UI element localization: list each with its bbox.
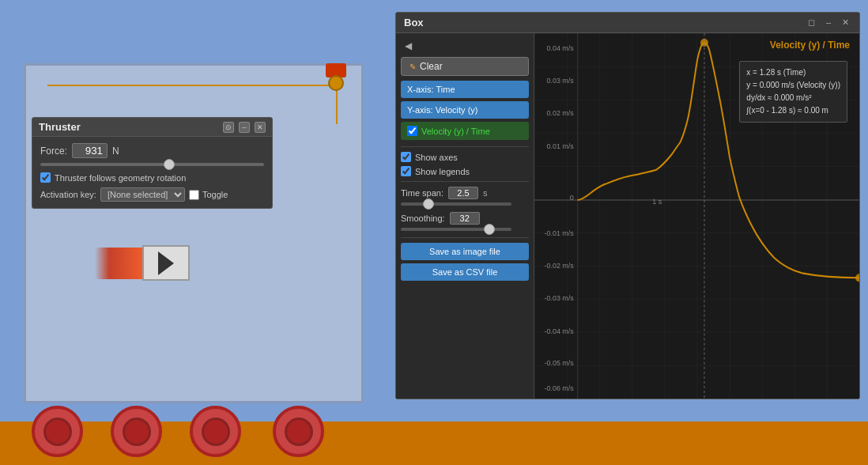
toggle-checkbox[interactable] <box>189 190 199 200</box>
timespan-input[interactable] <box>448 187 478 199</box>
back-arrow-icon: ◀ <box>405 40 412 51</box>
box-titlebar: Box ◻ – ✕ <box>396 13 859 33</box>
svg-text:0: 0 <box>570 194 574 202</box>
pulley <box>328 75 344 91</box>
force-input[interactable] <box>72 143 108 158</box>
graph-title: Velocity (y) / Time <box>770 40 850 51</box>
back-button[interactable]: ◀ <box>401 38 529 54</box>
wheel-4 <box>273 406 324 457</box>
sidebar-divider <box>401 146 529 147</box>
timespan-slider[interactable] <box>401 202 511 206</box>
force-unit: N <box>112 146 119 157</box>
sidebar-divider-2 <box>401 181 529 182</box>
svg-text:0.03 m/s: 0.03 m/s <box>546 77 574 85</box>
svg-text:-0.06 m/s: -0.06 m/s <box>544 384 574 392</box>
wheel-4-hub <box>294 427 304 437</box>
box-title-controls: ◻ – ✕ <box>806 17 851 28</box>
show-legends-label: Show legends <box>415 167 470 176</box>
show-axes-row: Show axes <box>401 152 529 162</box>
graph-name-text: Velocity (y) / Time <box>421 127 490 136</box>
thruster-follows-row: Thruster follows geometry rotation <box>40 172 264 183</box>
graph-name-label: Velocity (y) / Time <box>401 122 529 140</box>
show-axes-checkbox[interactable] <box>401 152 411 162</box>
timespan-slider-thumb[interactable] <box>423 198 434 210</box>
box-sidebar: ◀ ✎ Clear X-axis: Time Y-axis: Velocity … <box>396 33 534 399</box>
rope-horizontal <box>47 85 340 86</box>
svg-text:-0.02 m/s: -0.02 m/s <box>544 262 574 270</box>
activation-key-select[interactable]: [None selected] <box>100 187 185 202</box>
box-restore-btn[interactable]: ◻ <box>806 17 817 28</box>
thruster-minimize-btn[interactable]: – <box>239 122 250 133</box>
activation-row: Activation key: [None selected] Toggle <box>40 187 264 202</box>
sidebar-divider-3 <box>401 237 529 238</box>
timespan-unit: s <box>483 188 488 198</box>
wheel-2 <box>111 406 162 457</box>
clear-button[interactable]: ✎ Clear <box>401 57 529 76</box>
box-title: Box <box>404 17 424 28</box>
svg-text:-0.05 m/s: -0.05 m/s <box>544 359 574 367</box>
platform <box>24 63 364 403</box>
thruster-close-btn[interactable]: ✕ <box>255 122 266 133</box>
yaxis-button[interactable]: Y-axis: Velocity (y) <box>401 101 529 119</box>
wheel-1-hub <box>53 427 62 437</box>
show-axes-label: Show axes <box>415 153 458 162</box>
thruster-panel-controls: ⊙ – ✕ <box>223 122 266 133</box>
smoothing-slider-thumb[interactable] <box>484 224 495 235</box>
svg-text:0.01 m/s: 0.01 m/s <box>546 142 574 150</box>
svg-text:-0.03 m/s: -0.03 m/s <box>544 294 574 302</box>
thruster-panel-content: Force: N Thruster follows geometry rotat… <box>32 137 272 208</box>
smoothing-row: Smoothing: <box>401 212 529 225</box>
wheel-2-hub <box>132 427 142 437</box>
box-minimize-btn[interactable]: – <box>824 17 833 28</box>
thruster-visual <box>95 245 190 281</box>
force-slider-thumb[interactable] <box>164 159 175 170</box>
svg-text:-0.01 m/s: -0.01 m/s <box>544 229 574 237</box>
show-legends-row: Show legends <box>401 166 529 176</box>
smoothing-input[interactable] <box>450 212 480 225</box>
force-label: Force: <box>40 146 67 157</box>
graph-area: 0.04 m/s 0.03 m/s 0.02 m/s 0.01 m/s 0 -0… <box>534 33 859 399</box>
thruster-flame <box>95 248 142 279</box>
wheel-3 <box>190 406 241 457</box>
thruster-follows-checkbox[interactable] <box>40 172 51 183</box>
smoothing-slider[interactable] <box>401 228 511 231</box>
clear-label: Clear <box>420 61 443 72</box>
box-close-btn[interactable]: ✕ <box>840 17 851 28</box>
thruster-pin-btn[interactable]: ⊙ <box>223 122 234 133</box>
graph-checkbox[interactable] <box>407 126 417 136</box>
thruster-body <box>142 245 190 281</box>
thruster-title: Thruster <box>39 121 81 133</box>
box-body: ◀ ✎ Clear X-axis: Time Y-axis: Velocity … <box>396 33 859 399</box>
svg-text:-0.04 m/s: -0.04 m/s <box>544 327 574 335</box>
force-row: Force: N <box>40 143 264 158</box>
toggle-group: Toggle <box>189 190 228 200</box>
graph-tooltip: x = 1.28 s (Time) y = 0.000 m/s (Velocit… <box>739 61 847 123</box>
timespan-row: Time span: s <box>401 187 529 199</box>
tooltip-line1: x = 1.28 s (Time) <box>746 66 840 79</box>
save-image-button[interactable]: Save as image file <box>401 243 529 260</box>
show-legends-checkbox[interactable] <box>401 166 411 176</box>
tooltip-line3: dy/dx ≈ 0.000 m/s² <box>746 92 840 104</box>
wheel-1 <box>32 406 83 457</box>
svg-text:0.02 m/s: 0.02 m/s <box>546 109 574 117</box>
thruster-panel: Thruster ⊙ – ✕ Force: N Thruster follows… <box>32 117 273 209</box>
thruster-arrow <box>158 251 174 275</box>
activation-label: Activation key: <box>40 190 96 199</box>
svg-text:0.04 m/s: 0.04 m/s <box>546 44 574 52</box>
thruster-titlebar: Thruster ⊙ – ✕ <box>32 118 272 137</box>
timespan-label: Time span: <box>401 188 443 198</box>
smoothing-label: Smoothing: <box>401 214 445 223</box>
box-panel: Box ◻ – ✕ ◀ ✎ Clear X-axis: Time Y-axis:… <box>395 12 860 399</box>
force-slider-track[interactable] <box>40 163 264 166</box>
clear-icon: ✎ <box>409 62 416 71</box>
svg-text:1 s: 1 s <box>652 198 662 206</box>
toggle-label: Toggle <box>202 190 228 199</box>
xaxis-button[interactable]: X-axis: Time <box>401 81 529 98</box>
wheel-3-hub <box>211 427 221 437</box>
tooltip-line4: ∫(x=0 - 1.28 s) ≈ 0.00 m <box>746 104 840 117</box>
tooltip-line2: y = 0.000 m/s (Velocity (y)) <box>746 79 840 92</box>
thruster-follows-label: Thruster follows geometry rotation <box>55 173 186 183</box>
save-csv-button[interactable]: Save as CSV file <box>401 263 529 281</box>
